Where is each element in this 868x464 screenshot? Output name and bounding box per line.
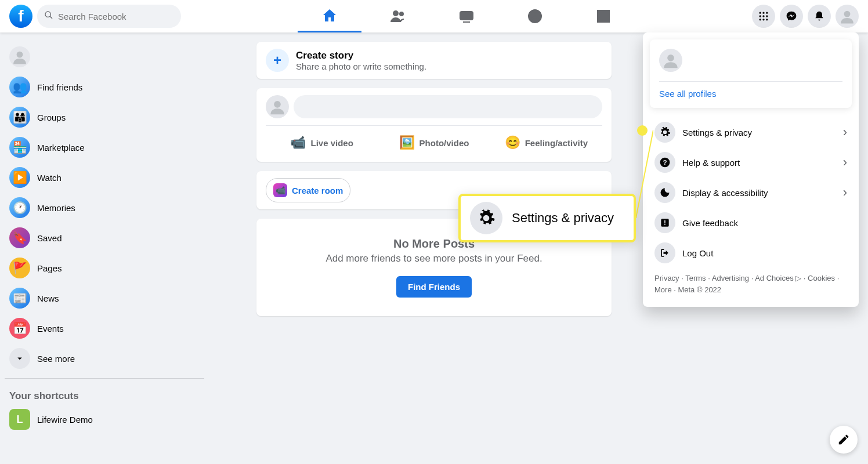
svg-point-13 — [762, 12, 764, 14]
action-label: Live video — [310, 138, 353, 148]
sidebar-item-label: Watch — [37, 173, 62, 183]
svg-text:?: ? — [663, 158, 667, 166]
saved-icon: 🔖 — [9, 227, 30, 248]
annotation-callout: Settings & privacy — [458, 194, 636, 242]
see-all-profiles-link[interactable]: See all profiles — [659, 89, 842, 99]
nav-home[interactable] — [298, 0, 361, 32]
chevron-right-icon: › — [843, 155, 847, 170]
menu-label: Settings & privacy — [682, 128, 836, 137]
feeling-activity-button[interactable]: 😊 Feeling/activity — [490, 130, 602, 155]
notifications-icon[interactable] — [808, 5, 831, 28]
nav-gaming[interactable] — [572, 0, 635, 32]
sidebar-item-label: Find friends — [37, 82, 82, 92]
svg-rect-8 — [598, 10, 603, 16]
profile-row[interactable] — [659, 49, 842, 82]
sidebar-memories[interactable]: 🕐 Memories — [5, 193, 204, 223]
logout-icon — [654, 242, 675, 263]
sidebar-see-more[interactable]: See more — [5, 343, 204, 374]
sidebar-marketplace[interactable]: 🏪 Marketplace — [5, 132, 204, 162]
memories-icon: 🕐 — [9, 197, 30, 218]
create-story-card[interactable]: + Create story Share a photo or write so… — [256, 42, 612, 79]
top-header: f — [0, 0, 868, 32]
live-video-button[interactable]: 📹 Live video — [266, 130, 378, 155]
sidebar-groups[interactable]: 👨‍👩‍👦 Groups — [5, 102, 204, 132]
composer-card: 📹 Live video 🖼️ Photo/video 😊 Feeling/ac… — [256, 88, 612, 162]
moon-icon — [654, 182, 675, 203]
menu-log-out[interactable]: Log Out — [650, 238, 852, 268]
menu-settings-privacy[interactable]: Settings & privacy › — [650, 117, 852, 147]
shortcut-item[interactable]: L Lifewire Demo — [5, 404, 204, 434]
smiley-icon: 😊 — [505, 135, 520, 150]
menu-footer-links[interactable]: Privacy · Terms · Advertising · Ad Choic… — [650, 268, 852, 300]
nav-groups[interactable] — [503, 0, 567, 32]
menu-grid-icon[interactable] — [752, 5, 775, 28]
svg-point-16 — [762, 15, 764, 17]
search-box[interactable] — [37, 5, 181, 28]
edit-fab[interactable] — [830, 426, 858, 454]
help-icon: ? — [654, 152, 675, 173]
room-label: Create room — [292, 186, 343, 195]
main-feed: + Create story Share a photo or write so… — [256, 42, 612, 316]
gear-icon — [654, 122, 675, 143]
svg-line-1 — [50, 16, 52, 19]
header-right — [752, 5, 859, 28]
chevron-right-icon: › — [843, 125, 847, 140]
avatar-icon — [659, 49, 682, 72]
facebook-logo[interactable]: f — [9, 5, 32, 28]
svg-point-0 — [45, 12, 50, 17]
menu-give-feedback[interactable]: ! Give feedback — [650, 208, 852, 238]
svg-rect-11 — [604, 17, 609, 22]
sidebar-item-label: See more — [37, 354, 75, 364]
nav-watch[interactable] — [435, 0, 498, 32]
create-room-button[interactable]: 📹 Create room — [266, 178, 350, 202]
menu-label: Give feedback — [682, 218, 847, 228]
sidebar-find-friends[interactable]: 👥 Find friends — [5, 72, 204, 102]
gear-icon — [470, 202, 502, 234]
svg-point-7 — [533, 13, 537, 16]
svg-rect-10 — [598, 17, 603, 22]
shortcuts-heading: Your shortcuts — [5, 383, 204, 404]
svg-point-24 — [667, 55, 674, 61]
composer-input[interactable] — [294, 95, 602, 118]
svg-point-2 — [393, 11, 398, 16]
sidebar-pages[interactable]: 🚩 Pages — [5, 253, 204, 283]
account-avatar-button[interactable] — [836, 5, 859, 28]
news-icon: 📰 — [9, 288, 30, 309]
chevron-right-icon: › — [843, 185, 847, 200]
svg-point-14 — [766, 12, 768, 14]
svg-point-18 — [760, 19, 761, 20]
menu-label: Display & accessibility — [682, 188, 836, 198]
search-input[interactable] — [58, 12, 174, 21]
sidebar-item-label: Memories — [37, 203, 75, 213]
search-icon — [44, 10, 53, 22]
pages-icon: 🚩 — [9, 258, 30, 278]
watch-icon: ▶️ — [9, 167, 30, 188]
callout-label: Settings & privacy — [512, 211, 614, 226]
sidebar-item-label: Saved — [37, 233, 62, 243]
sidebar-profile[interactable] — [5, 42, 204, 72]
find-friends-button[interactable]: Find Friends — [396, 276, 472, 298]
avatar-icon[interactable] — [266, 95, 289, 118]
divider — [5, 378, 204, 379]
no-posts-subtitle: Add more friends to see more posts in yo… — [266, 253, 602, 264]
svg-point-20 — [766, 19, 768, 20]
menu-help-support[interactable]: ? Help & support › — [650, 147, 852, 177]
shortcut-icon: L — [9, 409, 30, 430]
nav-friends[interactable] — [366, 0, 430, 32]
left-sidebar: 👥 Find friends 👨‍👩‍👦 Groups 🏪 Marketplac… — [0, 32, 209, 464]
svg-point-22 — [17, 52, 23, 58]
svg-point-19 — [762, 19, 764, 20]
sidebar-item-label: Groups — [37, 113, 66, 122]
menu-display-accessibility[interactable]: Display & accessibility › — [650, 177, 852, 208]
account-menu: See all profiles Settings & privacy › ? … — [643, 32, 859, 307]
sidebar-watch[interactable]: ▶️ Watch — [5, 162, 204, 193]
events-icon: 📅 — [9, 318, 30, 339]
photo-video-button[interactable]: 🖼️ Photo/video — [378, 130, 490, 155]
top-nav — [181, 0, 752, 32]
photo-icon: 🖼️ — [399, 135, 415, 150]
sidebar-news[interactable]: 📰 News — [5, 283, 204, 313]
messenger-icon[interactable] — [780, 5, 803, 28]
sidebar-saved[interactable]: 🔖 Saved — [5, 223, 204, 253]
menu-label: Log Out — [682, 248, 847, 258]
sidebar-events[interactable]: 📅 Events — [5, 313, 204, 343]
